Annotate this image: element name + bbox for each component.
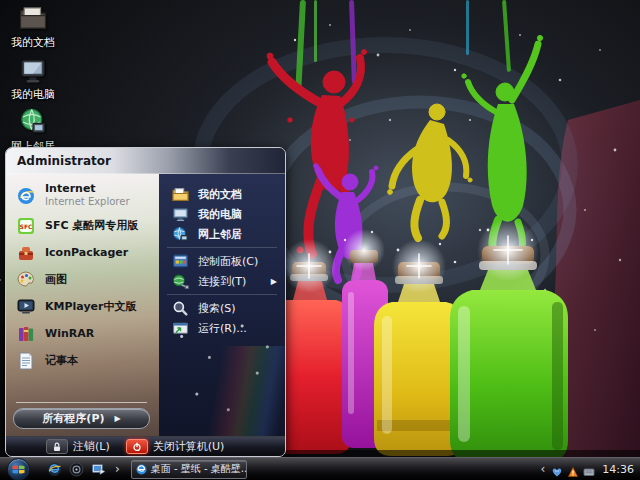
start-menu-item-connect-to[interactable]: 连接到(T) ▶ bbox=[159, 271, 285, 291]
item-label: 控制面板(C) bbox=[198, 254, 258, 269]
tray-messenger-icon[interactable] bbox=[551, 463, 563, 475]
left-panel-spacer bbox=[6, 374, 159, 402]
item-sublabel: Internet Explorer bbox=[45, 196, 130, 208]
desktop-icon-my-documents[interactable]: 我的文档 bbox=[4, 3, 62, 50]
windows-logo-icon bbox=[12, 463, 25, 476]
start-menu-item-my-computer[interactable]: 我的电脑 bbox=[159, 204, 285, 224]
right-panel-divider bbox=[167, 247, 277, 248]
system-tray: ‹ 14:36 bbox=[538, 463, 640, 476]
desktop-icon-list: 我的文档 我的电脑 网上邻居 bbox=[4, 3, 62, 154]
start-menu-item-notepad[interactable]: 记事本 bbox=[6, 347, 159, 374]
item-label: WinRAR bbox=[45, 327, 94, 340]
start-menu-item-iconpackager[interactable]: IconPackager bbox=[6, 239, 159, 266]
start-menu-footer: 注销(L) 关闭计算机(U) bbox=[6, 436, 285, 456]
start-menu-item-search[interactable]: 搜索(S) bbox=[159, 298, 285, 318]
start-menu-item-winrar[interactable]: WinRAR bbox=[6, 320, 159, 347]
quick-launch-bar: › bbox=[47, 462, 122, 477]
item-label: Internet bbox=[45, 183, 130, 196]
left-panel-divider bbox=[16, 402, 147, 403]
desktop: 我的文档 我的电脑 网上邻居 Administrator Internet bbox=[0, 0, 640, 480]
kmplayer-icon bbox=[15, 296, 37, 318]
start-menu-item-my-documents[interactable]: 我的文档 bbox=[159, 184, 285, 204]
notepad-icon bbox=[15, 350, 37, 372]
tray-collapse-chevron[interactable]: ‹ bbox=[538, 463, 547, 475]
item-label: 连接到(T) bbox=[198, 274, 246, 289]
taskbar-task-button[interactable]: 桌面 - 壁纸 - 桌酷壁... bbox=[131, 460, 247, 479]
item-label: 记事本 bbox=[45, 353, 78, 368]
search-icon bbox=[169, 297, 191, 319]
start-menu-item-internet[interactable]: Internet Internet Explorer bbox=[6, 179, 159, 212]
turn-off-computer-button[interactable]: 关闭计算机(U) bbox=[126, 439, 225, 454]
start-menu-item-paint[interactable]: 画图 bbox=[6, 266, 159, 293]
desktop-icon-label: 我的文档 bbox=[11, 35, 55, 50]
item-label: 我的文档 bbox=[198, 187, 242, 202]
quick-launch-media-player[interactable] bbox=[69, 462, 84, 477]
submenu-arrow-icon: ▶ bbox=[271, 277, 281, 286]
desktop-icon-label: 我的电脑 bbox=[11, 87, 55, 102]
quick-launch-show-desktop[interactable] bbox=[91, 462, 106, 477]
item-label: KMPlayer中文版 bbox=[45, 299, 136, 314]
item-label: IconPackager bbox=[45, 246, 128, 259]
tray-security-alert-icon[interactable] bbox=[567, 463, 579, 475]
submenu-arrow-icon: ▶ bbox=[114, 414, 120, 423]
my-documents-icon bbox=[18, 3, 48, 33]
start-menu-item-control-panel[interactable]: 控制面板(C) bbox=[159, 251, 285, 271]
all-programs-label: 所有程序(P) bbox=[42, 411, 104, 426]
network-places-icon bbox=[18, 107, 48, 137]
start-menu-left-panel: Internet Internet Explorer SFC SFC 桌酷网专用… bbox=[6, 174, 159, 436]
start-menu-item-kmplayer[interactable]: KMPlayer中文版 bbox=[6, 293, 159, 320]
network-places-icon bbox=[169, 223, 191, 245]
user-name: Administrator bbox=[17, 154, 111, 168]
run-icon bbox=[169, 317, 191, 339]
start-menu: Administrator Internet Internet Explorer… bbox=[5, 147, 286, 457]
taskbar: › 桌面 - 壁纸 - 桌酷壁... ‹ 14:36 bbox=[0, 457, 640, 480]
item-label: SFC 桌酷网专用版 bbox=[45, 218, 138, 233]
right-panel-divider bbox=[167, 294, 277, 295]
task-button-label: 桌面 - 壁纸 - 桌酷壁... bbox=[151, 462, 247, 476]
item-label: 网上邻居 bbox=[198, 227, 242, 242]
power-icon bbox=[126, 439, 148, 454]
svg-text:SFC: SFC bbox=[20, 222, 33, 229]
taskbar-clock[interactable]: 14:36 bbox=[602, 463, 634, 476]
my-computer-icon bbox=[18, 55, 48, 85]
turn-off-label: 关闭计算机(U) bbox=[153, 439, 225, 454]
start-menu-item-network-places[interactable]: 网上邻居 bbox=[159, 224, 285, 244]
internet-explorer-icon bbox=[15, 185, 37, 207]
my-computer-icon bbox=[169, 203, 191, 225]
start-menu-body: Internet Internet Explorer SFC SFC 桌酷网专用… bbox=[6, 174, 285, 436]
quick-launch-internet-explorer[interactable] bbox=[47, 462, 62, 477]
connect-to-icon bbox=[169, 270, 191, 292]
start-button[interactable] bbox=[7, 458, 30, 480]
all-programs-button[interactable]: 所有程序(P) ▶ bbox=[13, 408, 150, 429]
control-panel-icon bbox=[169, 250, 191, 272]
tray-input-language-icon[interactable] bbox=[583, 463, 595, 475]
start-menu-header: Administrator bbox=[6, 148, 285, 174]
log-off-label: 注销(L) bbox=[73, 439, 110, 454]
start-menu-item-run[interactable]: 运行(R)... bbox=[159, 318, 285, 338]
sfc-icon: SFC bbox=[15, 215, 37, 237]
winrar-icon bbox=[15, 323, 37, 345]
log-off-icon bbox=[46, 439, 68, 454]
item-label: 运行(R)... bbox=[198, 321, 247, 336]
start-menu-item-sfc[interactable]: SFC SFC 桌酷网专用版 bbox=[6, 212, 159, 239]
iconpackager-icon bbox=[15, 242, 37, 264]
desktop-icon-my-computer[interactable]: 我的电脑 bbox=[4, 55, 62, 102]
my-documents-icon bbox=[169, 183, 191, 205]
start-menu-right-panel: 我的文档 我的电脑 网上邻居 bbox=[159, 174, 285, 436]
log-off-button[interactable]: 注销(L) bbox=[46, 439, 110, 454]
paint-icon bbox=[15, 269, 37, 291]
item-label: 我的电脑 bbox=[198, 207, 242, 222]
item-label: 画图 bbox=[45, 272, 67, 287]
quick-launch-expand-chevron[interactable]: › bbox=[113, 463, 122, 475]
item-label: 搜索(S) bbox=[198, 301, 236, 316]
ie-icon bbox=[136, 464, 147, 475]
